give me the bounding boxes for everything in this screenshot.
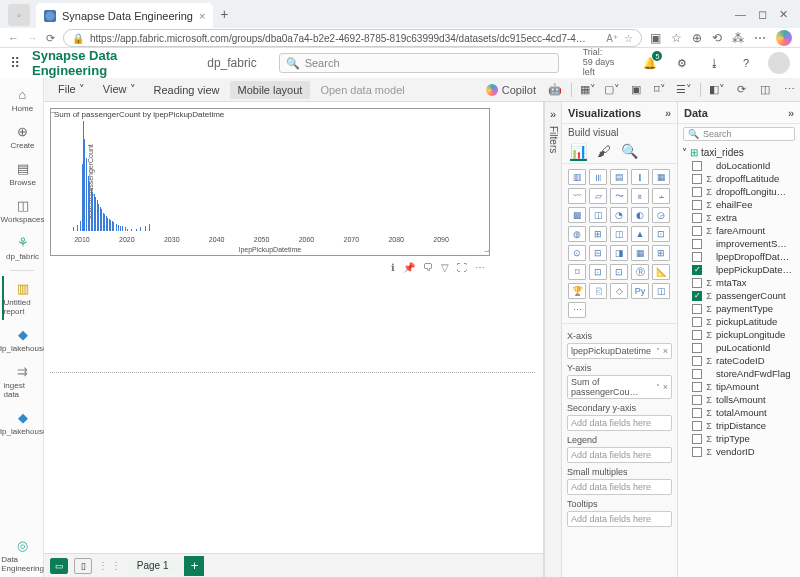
field-checkbox[interactable]: [692, 343, 702, 353]
rail-data-engineering[interactable]: ◎Data Engineering: [2, 533, 42, 577]
page-tab-1[interactable]: Page 1: [127, 557, 179, 574]
viz-type-3[interactable]: ⫿: [631, 169, 649, 185]
chart-focus-icon[interactable]: ⛶: [457, 262, 467, 273]
add-page-button[interactable]: +: [184, 556, 204, 576]
analytics-icon[interactable]: 🔍: [621, 143, 638, 161]
viz-type-2[interactable]: ▤: [610, 169, 628, 185]
collections-icon[interactable]: ▣: [650, 31, 661, 45]
field-checkbox[interactable]: [692, 278, 702, 288]
field-checkbox[interactable]: [692, 252, 702, 262]
help-icon[interactable]: ?: [736, 53, 756, 73]
viz-type-13[interactable]: ◐: [631, 207, 649, 223]
viz-type-23[interactable]: ▦: [631, 245, 649, 261]
field-puLocationId[interactable]: puLocationId: [682, 341, 796, 354]
field-checkbox[interactable]: [692, 239, 702, 249]
ribbon-6-icon[interactable]: ◧˅: [708, 81, 726, 99]
viz-type-25[interactable]: ⌑: [568, 264, 586, 280]
ribbon-4-icon[interactable]: ⌑˅: [651, 81, 669, 99]
mobile-layout-button[interactable]: Mobile layout: [230, 81, 311, 99]
ai-icon[interactable]: 🤖: [546, 81, 564, 99]
yaxis-well[interactable]: Sum of passengerCou…˅×: [567, 375, 672, 399]
rail-workspaces[interactable]: ◫Workspaces: [2, 193, 42, 228]
viz-type-7[interactable]: 〜: [610, 188, 628, 204]
viz-type-4[interactable]: ▦: [652, 169, 670, 185]
data-search-input[interactable]: 🔍Search: [683, 127, 795, 141]
rail-lakehouse[interactable]: ◆dp_lakehouse: [2, 322, 42, 357]
viz-type-1[interactable]: ⫼: [589, 169, 607, 185]
format-visual-icon[interactable]: 🖌: [597, 143, 611, 161]
window-maximize-icon[interactable]: ◻: [758, 8, 767, 21]
ribbon-3-icon[interactable]: ▣: [627, 81, 645, 99]
field-storeAndFwdFlag[interactable]: storeAndFwdFlag: [682, 367, 796, 380]
field-totalAmount[interactable]: ΣtotalAmount: [682, 406, 796, 419]
viz-type-21[interactable]: ⊟: [589, 245, 607, 261]
mobile-view-icon[interactable]: ▯: [74, 558, 92, 574]
copilot-browser-icon[interactable]: [776, 30, 792, 46]
viz-type-28[interactable]: Ⓡ: [631, 264, 649, 280]
tab-close-icon[interactable]: ×: [199, 10, 205, 22]
table-taxi-rides[interactable]: ˅⊞taxi_rides: [682, 146, 796, 159]
rail-browse[interactable]: ▤Browse: [2, 156, 42, 191]
reading-view-button[interactable]: Reading view: [146, 81, 228, 99]
viz-type-26[interactable]: ⊡: [589, 264, 607, 280]
trial-status[interactable]: Trial: 59 days left: [583, 48, 629, 78]
field-checkbox[interactable]: ✓: [692, 265, 702, 275]
chart-info-icon[interactable]: ℹ: [391, 262, 395, 273]
viz-type-14[interactable]: ◶: [652, 207, 670, 223]
viz-type-27[interactable]: ⊡: [610, 264, 628, 280]
ribbon-7-icon[interactable]: ◫: [756, 81, 774, 99]
open-data-model-button[interactable]: Open data model: [312, 81, 412, 99]
field-improvementS…[interactable]: improvementS…: [682, 237, 796, 250]
copilot-button[interactable]: Copilot: [480, 84, 542, 96]
tooltips-well[interactable]: Add data fields here: [567, 511, 672, 527]
viz-type-35[interactable]: ⋯: [568, 302, 586, 318]
collapse-data-icon[interactable]: »: [788, 107, 794, 119]
viz-type-18[interactable]: ▲: [631, 226, 649, 242]
ribbon-1-icon[interactable]: ▦˅: [579, 81, 597, 99]
viz-type-12[interactable]: ◔: [610, 207, 628, 223]
percent-icon[interactable]: ⁂: [732, 31, 744, 45]
canvas-dropzone[interactable]: [50, 372, 535, 373]
more-icon[interactable]: ⋯: [754, 31, 766, 45]
field-checkbox[interactable]: [692, 408, 702, 418]
app-launcher-icon[interactable]: ⠿: [10, 55, 20, 71]
chart-comment-icon[interactable]: 🗨: [423, 262, 433, 273]
field-dropoffLatitude[interactable]: ΣdropoffLatitude: [682, 172, 796, 185]
field-checkbox[interactable]: [692, 213, 702, 223]
field-rateCodeID[interactable]: ΣrateCodeID: [682, 354, 796, 367]
notifications-icon[interactable]: 🔔5: [640, 53, 660, 73]
field-checkbox[interactable]: [692, 200, 702, 210]
desktop-view-icon[interactable]: ▭: [50, 558, 68, 574]
viz-type-6[interactable]: ▱: [589, 188, 607, 204]
viz-type-11[interactable]: ◫: [589, 207, 607, 223]
field-checkbox[interactable]: [692, 447, 702, 457]
viz-type-17[interactable]: ◫: [610, 226, 628, 242]
field-dropoffLongitu…[interactable]: ΣdropoffLongitu…: [682, 185, 796, 198]
nav-back-icon[interactable]: ←: [8, 32, 19, 44]
remove-xfield-icon[interactable]: ×: [663, 346, 668, 356]
field-checkbox[interactable]: [692, 304, 702, 314]
extensions-icon[interactable]: ⊕: [692, 31, 702, 45]
viz-type-30[interactable]: 🏆: [568, 283, 586, 299]
sync-icon[interactable]: ⟲: [712, 31, 722, 45]
nav-refresh-icon[interactable]: ⟳: [46, 32, 55, 45]
viz-type-22[interactable]: ◨: [610, 245, 628, 261]
browser-profile-icon[interactable]: ◦: [8, 4, 30, 26]
viz-type-9[interactable]: ⫠: [652, 188, 670, 204]
viz-type-33[interactable]: Py: [631, 283, 649, 299]
settings-icon[interactable]: ⚙: [672, 53, 692, 73]
field-checkbox[interactable]: [692, 434, 702, 444]
viz-type-24[interactable]: ⊞: [652, 245, 670, 261]
field-fareAmount[interactable]: ΣfareAmount: [682, 224, 796, 237]
filters-pane-collapsed[interactable]: » Filters: [544, 102, 562, 577]
field-checkbox[interactable]: [692, 382, 702, 392]
chart-filter-icon[interactable]: ▽: [441, 262, 449, 273]
rail-home[interactable]: ⌂Home: [2, 82, 42, 117]
collapse-viz-icon[interactable]: »: [665, 107, 671, 119]
window-minimize-icon[interactable]: —: [735, 8, 746, 21]
field-pickupLatitude[interactable]: ΣpickupLatitude: [682, 315, 796, 328]
field-checkbox[interactable]: [692, 187, 702, 197]
rail-dp-fabric[interactable]: ⚘dp_fabric: [2, 230, 42, 265]
field-paymentType[interactable]: ΣpaymentType: [682, 302, 796, 315]
ribbon-2-icon[interactable]: ▢˅: [603, 81, 621, 99]
